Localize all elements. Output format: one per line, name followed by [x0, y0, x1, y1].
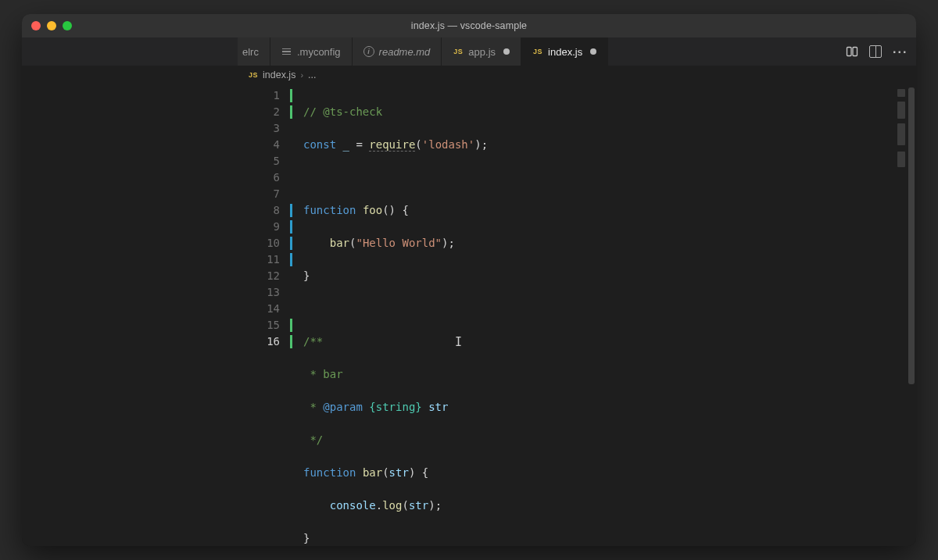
svg-rect-1 — [853, 48, 857, 56]
editor-tab-elrc[interactable]: elrc — [238, 37, 270, 66]
code-line[interactable]: const _ = require('lodash'); — [294, 137, 896, 153]
editor-actions: ··· — [835, 37, 916, 66]
dirty-indicator-icon — [503, 48, 510, 55]
line-number[interactable]: 16 — [238, 334, 294, 350]
line-number[interactable]: 4 — [238, 137, 294, 153]
maximize-window-button[interactable] — [63, 21, 72, 30]
more-actions-icon[interactable]: ··· — [893, 45, 905, 58]
code-line[interactable]: // @ts-check — [294, 104, 896, 120]
line-number[interactable]: 14 — [238, 301, 294, 317]
code-line[interactable]: function bar(str) { — [294, 465, 896, 481]
line-number[interactable]: 3 — [238, 120, 294, 137]
file-icon — [281, 46, 292, 57]
line-number[interactable]: 9 — [238, 219, 294, 235]
code-line[interactable]: function foo() { — [294, 202, 896, 219]
titlebar[interactable]: index.js — vscode-sample — [22, 14, 916, 37]
svg-rect-0 — [847, 48, 852, 56]
tab-label: elrc — [242, 46, 259, 58]
line-number[interactable]: 10 — [238, 235, 294, 251]
code-line[interactable]: */ — [294, 432, 896, 448]
minimap[interactable] — [896, 84, 907, 546]
editor-tab-appjs[interactable]: JS app.js — [442, 37, 521, 66]
tab-label: readme.md — [379, 46, 431, 58]
code-area[interactable]: // @ts-check const _ = require('lodash')… — [294, 84, 896, 546]
line-number[interactable]: 12 — [238, 268, 294, 284]
editor[interactable]: 1 2 3 4 5 6 7 8 9 10 11 12 13 14 15 16 /… — [238, 84, 916, 546]
split-editor-icon[interactable] — [869, 45, 882, 58]
chevron-right-icon: › — [300, 70, 303, 80]
left-padding — [22, 84, 238, 546]
js-file-icon: JS — [453, 46, 464, 57]
tab-label: app.js — [468, 46, 496, 58]
editor-tab-myconfig[interactable]: .myconfig — [270, 37, 353, 66]
tab-label: .myconfig — [297, 46, 341, 58]
editor-body: 1 2 3 4 5 6 7 8 9 10 11 12 13 14 15 16 /… — [22, 84, 916, 546]
code-line[interactable]: * bar — [294, 366, 896, 383]
editor-tab-bar: elrc .myconfig i readme.md JS app.js JS … — [22, 37, 916, 66]
code-line[interactable]: bar("Hello World"); — [294, 235, 896, 251]
breadcrumb[interactable]: JS index.js › ... — [22, 66, 916, 84]
line-number-gutter[interactable]: 1 2 3 4 5 6 7 8 9 10 11 12 13 14 15 16 — [238, 84, 294, 546]
line-number[interactable]: 13 — [238, 284, 294, 301]
line-number[interactable]: 8 — [238, 202, 294, 219]
line-number[interactable]: 15 — [238, 317, 294, 334]
breadcrumb-rest[interactable]: ... — [308, 70, 316, 80]
diff-view-icon[interactable] — [846, 45, 858, 58]
code-line[interactable]: console.log(str); — [294, 498, 896, 514]
line-number[interactable]: 5 — [238, 153, 294, 169]
window-title: index.js — vscode-sample — [411, 20, 527, 31]
breadcrumb-file[interactable]: index.js — [263, 70, 295, 80]
editor-tab-readme[interactable]: i readme.md — [353, 37, 442, 66]
editor-tab-indexjs[interactable]: JS index.js — [521, 37, 608, 66]
tab-label: index.js — [548, 46, 582, 58]
line-number[interactable]: 6 — [238, 169, 294, 186]
line-number[interactable]: 2 — [238, 104, 294, 120]
info-icon: i — [363, 46, 374, 57]
code-line[interactable]: /** — [294, 334, 896, 350]
dirty-indicator-icon — [590, 48, 596, 55]
code-line[interactable]: } — [294, 268, 896, 284]
code-line[interactable]: * @param {string} str — [294, 399, 896, 416]
scrollbar[interactable] — [907, 84, 916, 546]
js-file-icon: JS — [249, 71, 258, 79]
close-window-button[interactable] — [31, 21, 41, 30]
line-number[interactable]: 11 — [238, 251, 294, 268]
vscode-window: index.js — vscode-sample elrc .myconfig … — [22, 14, 916, 546]
line-number[interactable]: 1 — [238, 87, 294, 104]
js-file-icon: JS — [532, 46, 543, 57]
code-line[interactable] — [294, 301, 896, 317]
code-line[interactable]: } — [294, 530, 896, 546]
traffic-lights — [31, 21, 72, 30]
line-number[interactable]: 7 — [238, 186, 294, 202]
code-line[interactable] — [294, 169, 896, 186]
minimize-window-button[interactable] — [47, 21, 56, 30]
